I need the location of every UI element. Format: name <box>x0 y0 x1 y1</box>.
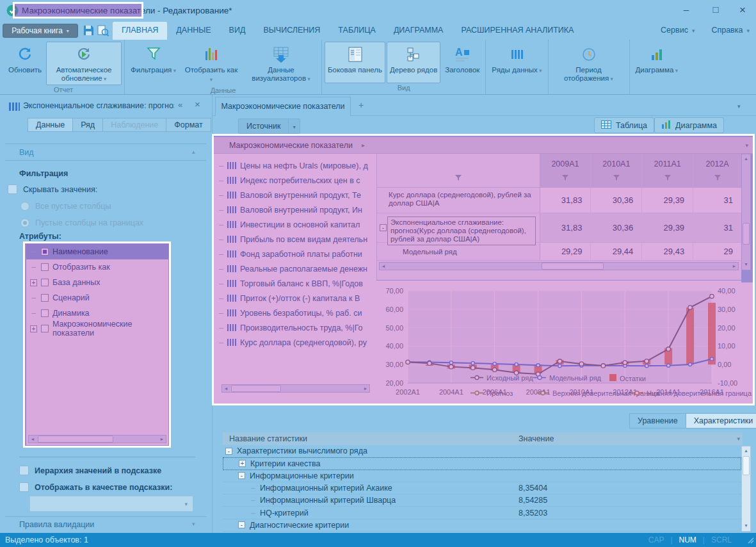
legend-item-модельный-ряд[interactable]: Модельный ряд <box>533 374 601 382</box>
series-item-реальные-располагаемые-денежн[interactable]: –Реальные располагаемые денежн <box>213 261 376 276</box>
series-item-торговый-баланс-к-ввп-годов[interactable]: –Торговый баланс к ВВП, %|Годов <box>213 276 376 291</box>
scroll-left-icon[interactable]: ◄ <box>29 436 36 443</box>
attribute-item-сценарий[interactable]: –Сценарий <box>26 290 168 306</box>
collapse-section-icon[interactable]: ▾ <box>192 521 195 527</box>
expand-icon[interactable]: + <box>30 325 37 332</box>
filter-funnel-icon[interactable] <box>664 174 672 183</box>
series-item-приток-отток-капитала-к-в[interactable]: –Приток (+)/отток (-) капитала к В <box>213 291 376 306</box>
scroll-track[interactable] <box>230 385 362 392</box>
ribbon-button-автоматическое-обновление[interactable]: Автоматическое обновление ▾ <box>46 42 122 85</box>
checkbox-icon[interactable] <box>8 184 17 194</box>
minimize-button[interactable]: – <box>675 4 697 18</box>
ribbon-button-фильтрация[interactable]: Фильтрация ▾ <box>127 42 179 86</box>
menu-tab-главная[interactable]: ГЛАВНАЯ <box>113 22 167 40</box>
scroll-right-icon[interactable]: ► <box>158 436 166 443</box>
value-cell[interactable]: 29,44 <box>591 243 642 260</box>
resize-grip-icon[interactable] <box>747 537 755 544</box>
scroll-thumb[interactable] <box>542 263 603 270</box>
value-cell[interactable]: 29,39 <box>642 213 693 242</box>
chevron-down-icon[interactable]: ▾ <box>745 142 748 149</box>
legend-item-остатки[interactable]: Остатки <box>609 374 646 382</box>
series-hscrollbar[interactable]: ◄ ► <box>221 384 370 393</box>
value-cell[interactable]: 30,36 <box>591 188 642 213</box>
checkbox-icon[interactable] <box>41 309 49 317</box>
stats-row-hq-критерий[interactable]: –HQ-критерий8,35203 <box>223 507 741 519</box>
chevron-down-icon[interactable]: ▾ <box>289 118 300 134</box>
collapse-panel-icon[interactable]: « <box>178 100 182 110</box>
menu-tab-расширенная-аналитика[interactable]: РАСШИРЕННАЯ АНАЛИТИКА <box>452 22 583 40</box>
source-button[interactable]: Источник ▾ <box>238 118 300 134</box>
menu-tab-данные[interactable]: ДАННЫЕ <box>167 22 220 40</box>
ribbon-button-период-отображения[interactable]: Период отображения ▾ <box>551 42 627 85</box>
attribute-item-макроэкономические-показатели[interactable]: +Макроэкономические показатели <box>26 321 168 336</box>
expand-icon[interactable]: + <box>30 279 37 286</box>
checkbox-icon[interactable] <box>41 279 49 286</box>
row-header-cell[interactable]: -Экспоненциальное сглаживание: прогноз(К… <box>377 213 540 242</box>
ribbon-button-боковая-панель[interactable]: Боковая панель <box>325 42 385 83</box>
collapse-icon[interactable]: - <box>380 224 387 231</box>
stats-vscrollbar[interactable]: ▲ ▼ <box>741 446 751 532</box>
attribute-item-наименование[interactable]: –Наименование <box>26 244 168 259</box>
scroll-left-icon[interactable]: ◄ <box>380 263 387 270</box>
validation-rules-header[interactable]: Правила валидации <box>19 520 94 529</box>
attributes-list[interactable]: –Наименование–Отобразить как+База данных… <box>26 243 169 446</box>
legend-item-нижняя-доверительная-граница[interactable]: Нижняя доверительная граница <box>631 389 752 397</box>
panel-tab-ряд[interactable]: Ряд <box>72 118 103 132</box>
table-row[interactable]: Курс доллара (среднегодовой), рублей за … <box>377 188 741 213</box>
radio-border-empty-row[interactable]: Пустые столбцы на границах <box>20 218 143 227</box>
table-row[interactable]: -Экспоненциальное сглаживание: прогноз(К… <box>377 213 741 243</box>
checkbox-icon[interactable] <box>41 325 49 332</box>
value-cell[interactable]: 31,83 <box>540 213 591 242</box>
scroll-thumb[interactable] <box>38 436 113 443</box>
menu-tab-вид[interactable]: ВИД <box>220 22 255 40</box>
menu-tab-таблица[interactable]: ТАБЛИЦА <box>329 22 385 40</box>
menu-tab-вычисления[interactable]: ВЫЧИСЛЕНИЯ <box>254 22 329 40</box>
filter-funnel-icon[interactable] <box>714 174 721 183</box>
attribute-item-отобразить-как[interactable]: –Отобразить как <box>26 259 168 275</box>
collapse-icon[interactable]: - <box>238 521 245 528</box>
table-vscrollbar[interactable]: ▲ ▼ <box>741 154 751 270</box>
filter-funnel-icon[interactable] <box>613 174 620 183</box>
stats-row-информационные-критерии[interactable]: -Информационные критерии <box>223 470 741 482</box>
checkbox-icon[interactable] <box>41 294 49 302</box>
document-tab[interactable]: Макроэкономические показатели <box>215 97 351 116</box>
attributes-hscrollbar[interactable]: ◄ ► <box>28 435 166 443</box>
table-row[interactable]: Модельный ряд29,2929,4429,4329 <box>377 243 741 261</box>
expand-icon[interactable]: + <box>239 460 246 467</box>
new-tab-icon[interactable]: + <box>358 100 364 110</box>
series-item-валовой-внутренний-продукт-ин[interactable]: –Валовой внутренний продукт, Ин <box>213 202 376 217</box>
checkbox-icon[interactable] <box>19 482 29 492</box>
value-cell[interactable]: 31,83 <box>540 188 591 213</box>
scroll-track[interactable] <box>36 436 158 443</box>
chevron-down-icon[interactable]: ▾ <box>737 103 741 110</box>
attribute-item-база-данных[interactable]: +База данных <box>26 275 168 290</box>
scroll-track[interactable] <box>387 263 730 270</box>
scroll-thumb[interactable] <box>231 385 281 392</box>
legend-item-исходный-ряд[interactable]: Исходный ряд <box>470 374 533 382</box>
ribbon-button-обновить[interactable]: Обновить <box>5 42 45 85</box>
scroll-thumb[interactable] <box>743 456 750 475</box>
checkbox-icon[interactable] <box>41 248 49 256</box>
hide-values-checkbox-row[interactable]: Скрывать значения: <box>8 184 97 194</box>
series-item-инвестиции-в-основной-капитал[interactable]: –Инвестиции в основной капитал <box>213 217 376 232</box>
column-header-2011a1[interactable]: 2011A1 <box>642 154 693 187</box>
scroll-down-icon[interactable]: ▼ <box>742 521 750 530</box>
breadcrumb[interactable]: Макроэкономические показатели ▸ ▾ <box>213 137 755 154</box>
value-cell[interactable]: 29 <box>693 243 741 260</box>
row-header-cell[interactable]: Курс доллара (среднегодовой), рублей за … <box>377 188 540 213</box>
print-preview-icon[interactable] <box>97 25 110 37</box>
checkbox-icon[interactable] <box>19 466 29 475</box>
series-item-цены-на-нефть-urals-мировые-д[interactable]: –Цены на нефть Urals (мировые), д <box>213 158 376 173</box>
save-icon[interactable] <box>83 25 96 37</box>
value-cell[interactable]: 29,43 <box>642 243 693 260</box>
checkbox-icon[interactable] <box>41 263 49 271</box>
table-hscrollbar[interactable]: ◄ ► <box>379 262 739 270</box>
series-item-курс-доллара-среднегодовой-ру[interactable]: –Курс доллара (среднегодовой), ру <box>213 335 376 350</box>
value-cell[interactable]: 31 <box>693 188 741 213</box>
value-cell[interactable]: 31 <box>693 213 741 242</box>
maximize-button[interactable]: □ <box>705 4 727 18</box>
close-panel-icon[interactable]: × <box>195 99 200 110</box>
tooltip-checkbox-row[interactable]: Отображать в качестве подсказки: <box>19 482 172 492</box>
workbook-menu-button[interactable]: Рабочая книга ▾ <box>3 24 78 38</box>
ribbon-button-данные-визуализаторов[interactable]: Данные визуализаторов ▾ <box>243 42 319 86</box>
